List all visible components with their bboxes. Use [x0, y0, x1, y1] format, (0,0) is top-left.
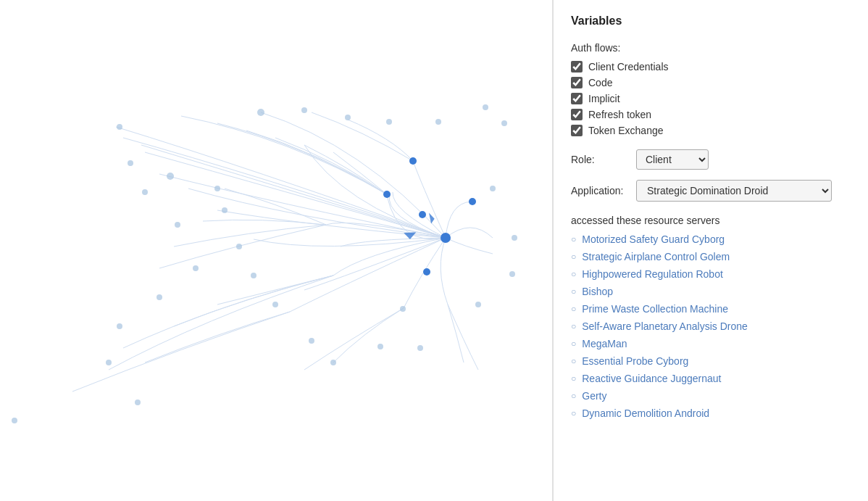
resource-server-link[interactable]: Dynamic Demolition Android: [582, 407, 709, 419]
auth-flow-implicit-checkbox[interactable]: [571, 93, 583, 104]
resource-server-item: Gerty: [571, 390, 851, 402]
resource-server-item: Bishop: [571, 286, 851, 297]
svg-point-33: [409, 157, 417, 165]
svg-point-15: [106, 360, 112, 365]
svg-point-31: [400, 306, 406, 312]
svg-point-6: [501, 120, 507, 126]
svg-point-5: [483, 104, 488, 110]
svg-point-4: [435, 119, 441, 125]
svg-point-32: [441, 233, 451, 243]
resource-server-item: Prime Waste Collection Machine: [571, 303, 851, 315]
variables-panel: Variables Auth flows: Client Credentials…: [554, 0, 868, 501]
svg-point-34: [383, 191, 391, 198]
svg-point-24: [512, 235, 517, 241]
auth-flow-client-credentials[interactable]: Client Credentials: [571, 61, 851, 73]
svg-point-1: [301, 107, 307, 113]
auth-flow-code-checkbox[interactable]: [571, 77, 583, 88]
auth-flow-refresh-token-label: Refresh token: [588, 109, 651, 120]
svg-point-29: [377, 344, 383, 349]
auth-flow-refresh-token[interactable]: Refresh token: [571, 109, 851, 120]
svg-point-22: [272, 302, 278, 307]
svg-point-16: [135, 399, 141, 405]
svg-point-27: [330, 360, 336, 365]
role-row: Role: Client Server Admin: [571, 149, 851, 170]
auth-flow-code-label: Code: [588, 77, 612, 88]
resource-server-item: Reactive Guidance Juggernaut: [571, 373, 851, 384]
resource-server-link[interactable]: MegaMan: [582, 338, 627, 349]
auth-flows-list: Client Credentials Code Implicit Refresh…: [571, 61, 851, 136]
resource-server-item: Motorized Safety Guard Cyborg: [571, 233, 851, 245]
auth-flow-token-exchange[interactable]: Token Exchange: [571, 125, 851, 136]
auth-flow-client-credentials-checkbox[interactable]: [571, 61, 583, 73]
auth-flow-code[interactable]: Code: [571, 77, 851, 88]
svg-point-7: [167, 173, 174, 180]
svg-point-23: [490, 186, 496, 191]
auth-flow-implicit[interactable]: Implicit: [571, 93, 851, 104]
application-select[interactable]: Strategic Domination Droid Motorized Saf…: [636, 180, 832, 202]
svg-point-0: [257, 109, 264, 116]
svg-point-9: [128, 160, 133, 166]
resource-server-link[interactable]: Motorized Safety Guard Cyborg: [582, 233, 725, 245]
svg-point-12: [193, 265, 199, 271]
application-label: Application:: [571, 185, 629, 196]
resource-server-link[interactable]: Gerty: [582, 390, 606, 402]
svg-point-35: [423, 268, 430, 276]
resource-server-item: Essential Probe Cyborg: [571, 355, 851, 367]
svg-point-2: [345, 115, 351, 120]
resource-server-link[interactable]: Highpowered Regulation Robot: [582, 268, 723, 280]
svg-point-8: [117, 124, 122, 130]
resource-server-item: Dynamic Demolition Android: [571, 407, 851, 419]
resource-server-link[interactable]: Bishop: [582, 286, 613, 297]
svg-point-14: [117, 323, 122, 329]
svg-point-11: [175, 222, 180, 228]
resource-server-link[interactable]: Essential Probe Cyborg: [582, 355, 688, 367]
svg-point-10: [142, 189, 148, 195]
svg-point-18: [214, 186, 220, 191]
resource-server-link[interactable]: Self-Aware Planetary Analysis Drone: [582, 320, 748, 332]
resource-server-link[interactable]: Reactive Guidance Juggernaut: [582, 373, 721, 384]
role-label: Role:: [571, 154, 629, 165]
role-select[interactable]: Client Server Admin: [636, 149, 709, 170]
svg-point-26: [475, 302, 481, 307]
auth-flows-label: Auth flows:: [571, 42, 851, 54]
accessed-resource-servers-label: accessed these resource servers: [571, 215, 851, 226]
resource-server-link[interactable]: Strategic Airplane Control Golem: [582, 251, 730, 262]
svg-point-17: [12, 418, 17, 423]
application-row: Application: Strategic Domination Droid …: [571, 180, 851, 202]
resource-server-item: Strategic Airplane Control Golem: [571, 251, 851, 262]
auth-flow-refresh-token-checkbox[interactable]: [571, 109, 583, 120]
network-graph: [0, 0, 552, 501]
svg-point-19: [222, 207, 228, 213]
resource-server-item: Self-Aware Planetary Analysis Drone: [571, 320, 851, 332]
svg-point-37: [419, 211, 426, 218]
resource-servers-list: Motorized Safety Guard CyborgStrategic A…: [571, 233, 851, 419]
auth-flow-client-credentials-label: Client Credentials: [588, 61, 669, 73]
svg-point-36: [469, 198, 476, 205]
variables-title: Variables: [571, 15, 851, 28]
svg-point-21: [251, 273, 256, 278]
auth-flow-implicit-label: Implicit: [588, 93, 620, 104]
svg-point-3: [386, 119, 392, 125]
auth-flow-token-exchange-checkbox[interactable]: [571, 125, 583, 136]
svg-point-25: [509, 271, 515, 277]
network-graph-panel: [0, 0, 552, 501]
svg-point-20: [236, 244, 242, 249]
resource-server-item: MegaMan: [571, 338, 851, 349]
resource-server-item: Highpowered Regulation Robot: [571, 268, 851, 280]
svg-point-30: [417, 345, 423, 351]
svg-point-28: [309, 338, 314, 344]
svg-point-13: [157, 294, 162, 300]
auth-flow-token-exchange-label: Token Exchange: [588, 125, 664, 136]
resource-server-link[interactable]: Prime Waste Collection Machine: [582, 303, 728, 315]
